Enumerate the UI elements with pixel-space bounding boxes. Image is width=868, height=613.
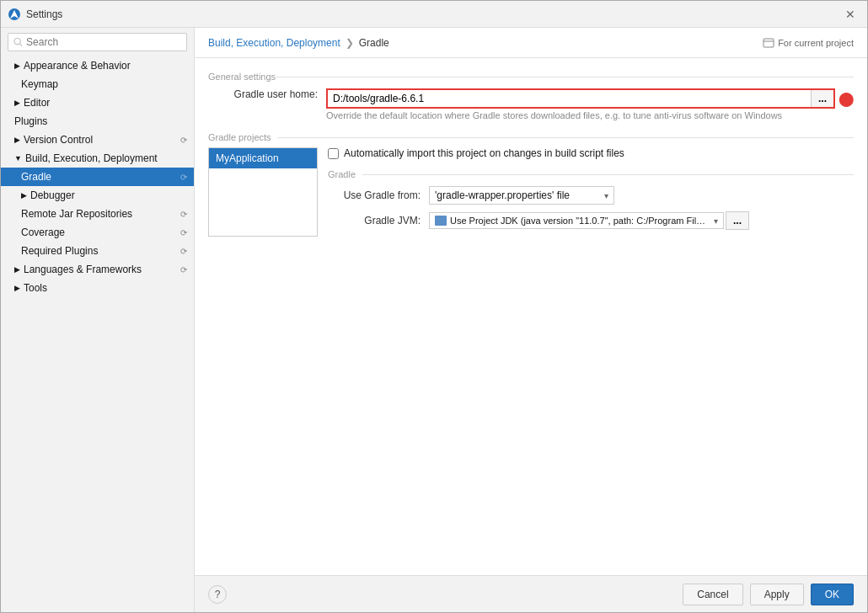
- sidebar-item-label: Version Control: [24, 134, 93, 146]
- gradle-user-home-input[interactable]: [328, 90, 811, 107]
- search-input[interactable]: [26, 36, 181, 48]
- error-icon: ⬤: [839, 91, 854, 107]
- ok-button[interactable]: OK: [811, 584, 854, 605]
- expand-arrow: ▶: [21, 191, 27, 200]
- sync-icon: ⟳: [180, 228, 187, 237]
- gradle-projects-section: Gradle projects MyApplication Autom: [208, 132, 854, 237]
- breadcrumb-part-2: Gradle: [359, 37, 389, 49]
- svg-rect-3: [764, 39, 774, 47]
- projects-two-col: MyApplication Automatically import this …: [208, 147, 854, 237]
- auto-import-row: Automatically import this project on cha…: [328, 147, 854, 159]
- auto-import-checkbox[interactable]: [328, 148, 339, 159]
- sync-icon: ⟳: [180, 265, 187, 275]
- title-bar: Settings ✕: [1, 1, 867, 28]
- gradle-user-home-row: Gradle user home: ... ⬤ Override the def…: [208, 88, 854, 120]
- help-button[interactable]: ?: [208, 585, 227, 604]
- sidebar-item-label: Tools: [24, 282, 47, 294]
- use-gradle-from-label: Use Gradle from:: [328, 189, 429, 201]
- gradle-user-home-label: Gradle user home:: [208, 88, 326, 100]
- breadcrumb-part-1: Build, Execution, Deployment: [208, 37, 340, 49]
- search-icon: [13, 37, 23, 47]
- use-gradle-from-row: Use Gradle from: 'gradle-wrapper.propert…: [328, 186, 854, 205]
- chevron-down-icon: ▾: [714, 216, 718, 226]
- sidebar-item-label: Remote Jar Repositories: [21, 208, 132, 220]
- settings-window: Settings ✕ ▶ Appearance & Behavior Keyma…: [0, 0, 868, 613]
- sidebar-item-label: Keymap: [21, 78, 58, 90]
- sidebar-item-build-execution-deployment[interactable]: ▼ Build, Execution, Deployment: [1, 149, 194, 168]
- sidebar-item-version-control[interactable]: ▶ Version Control ⟳: [1, 131, 194, 149]
- sidebar-item-remote-jar-repositories[interactable]: Remote Jar Repositories ⟳: [1, 205, 194, 223]
- gradle-jvm-browse-button[interactable]: ...: [726, 211, 749, 230]
- chevron-down-icon: ▾: [604, 191, 608, 200]
- sidebar-item-plugins[interactable]: Plugins: [1, 112, 194, 131]
- sync-icon: ⟳: [180, 136, 187, 145]
- auto-import-label: Automatically import this project on cha…: [344, 147, 624, 159]
- sidebar-item-label: Editor: [24, 97, 50, 109]
- project-settings: Automatically import this project on cha…: [328, 147, 854, 237]
- sidebar-item-label: Appearance & Behavior: [24, 60, 131, 72]
- sidebar-item-keymap[interactable]: Keymap: [1, 75, 194, 93]
- breadcrumb: Build, Execution, Deployment ❯ Gradle Fo…: [195, 28, 867, 58]
- apply-button[interactable]: Apply: [750, 584, 804, 605]
- gradle-projects-label: Gradle projects: [208, 132, 854, 142]
- expand-arrow: ▶: [14, 136, 20, 144]
- sync-icon: ⟳: [180, 210, 187, 219]
- svg-point-1: [14, 38, 20, 44]
- svg-line-2: [19, 44, 22, 46]
- gradle-user-home-browse-button[interactable]: ...: [811, 90, 833, 107]
- project-list: MyApplication: [208, 147, 318, 237]
- use-gradle-from-value: 'gradle-wrapper.properties' file: [435, 189, 604, 201]
- sidebar-item-label: Build, Execution, Deployment: [25, 152, 158, 164]
- window-title: Settings: [26, 8, 840, 20]
- expand-arrow: ▼: [14, 154, 22, 163]
- bottom-bar: ? Cancel Apply OK: [195, 575, 867, 612]
- sidebar-item-tools[interactable]: ▶ Tools: [1, 279, 194, 297]
- general-settings-label: General settings: [208, 72, 854, 82]
- app-icon: [8, 8, 21, 21]
- cancel-button[interactable]: Cancel: [683, 584, 742, 605]
- sidebar-item-label: Required Plugins: [21, 245, 98, 257]
- sync-icon: ⟳: [180, 247, 187, 256]
- sidebar-item-label: Debugger: [30, 189, 75, 201]
- sidebar-item-appearance-behavior[interactable]: ▶ Appearance & Behavior: [1, 56, 194, 75]
- sidebar-item-coverage[interactable]: Coverage ⟳: [1, 223, 194, 242]
- main-layout: ▶ Appearance & Behavior Keymap ▶ Editor …: [1, 28, 867, 612]
- sync-icon: ⟳: [180, 173, 187, 182]
- project-item-myapplication[interactable]: MyApplication: [209, 148, 317, 168]
- sidebar-item-label: Gradle: [21, 171, 51, 183]
- expand-arrow: ▶: [14, 61, 20, 70]
- search-box[interactable]: [8, 33, 187, 51]
- close-button[interactable]: ✕: [840, 4, 860, 24]
- sidebar-item-editor[interactable]: ▶ Editor: [1, 93, 194, 112]
- jdk-icon: [435, 216, 447, 226]
- gradle-jvm-value: Use Project JDK (java version "11.0.7", …: [450, 216, 710, 226]
- expand-arrow: ▶: [14, 265, 20, 274]
- gradle-jvm-row: Gradle JVM: Use Project JDK (java versio…: [328, 211, 854, 230]
- gradle-jvm-select[interactable]: Use Project JDK (java version "11.0.7", …: [429, 212, 724, 229]
- gradle-sub-section-label: Gradle: [328, 169, 854, 179]
- expand-arrow: ▶: [14, 99, 20, 107]
- project-icon: [763, 37, 774, 49]
- sidebar-item-label: Plugins: [14, 115, 47, 127]
- gradle-jvm-label: Gradle JVM:: [328, 215, 429, 227]
- main-content: General settings Gradle user home: ... ⬤…: [195, 58, 867, 575]
- sidebar-item-label: Languages & Frameworks: [24, 264, 142, 275]
- sidebar-item-label: Coverage: [21, 227, 65, 238]
- hint-text: Override the default location where Grad…: [326, 110, 854, 120]
- sidebar-item-debugger[interactable]: ▶ Debugger: [1, 186, 194, 205]
- expand-arrow: ▶: [14, 284, 20, 292]
- for-project-label: For current project: [763, 37, 854, 49]
- sidebar-item-gradle[interactable]: Gradle ⟳: [1, 168, 194, 186]
- sidebar-item-languages-frameworks[interactable]: ▶ Languages & Frameworks ⟳: [1, 260, 194, 279]
- breadcrumb-separator: ❯: [346, 37, 354, 49]
- sidebar: ▶ Appearance & Behavior Keymap ▶ Editor …: [1, 28, 195, 612]
- use-gradle-from-select[interactable]: 'gradle-wrapper.properties' file ▾: [429, 186, 614, 205]
- gradle-user-home-field: ... ⬤ Override the default location wher…: [326, 88, 854, 120]
- sidebar-item-required-plugins[interactable]: Required Plugins ⟳: [1, 242, 194, 260]
- main-panel: Build, Execution, Deployment ❯ Gradle Fo…: [195, 28, 867, 612]
